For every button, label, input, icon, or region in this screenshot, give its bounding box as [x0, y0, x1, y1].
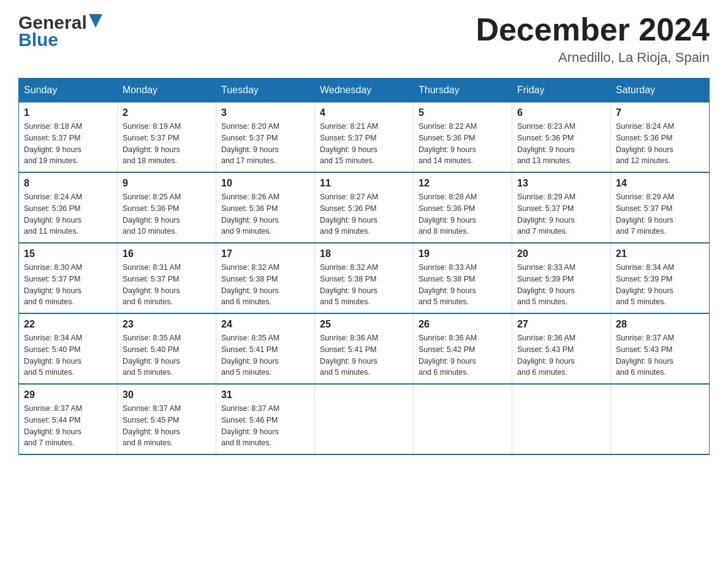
- calendar-day-cell: 30 Sunrise: 8:37 AM Sunset: 5:45 PM Dayl…: [118, 384, 216, 454]
- day-info: Sunrise: 8:36 AM Sunset: 5:41 PM Dayligh…: [320, 332, 408, 378]
- day-info: Sunrise: 8:31 AM Sunset: 5:37 PM Dayligh…: [123, 262, 211, 308]
- calendar-day-cell: 1 Sunrise: 8:18 AM Sunset: 5:37 PM Dayli…: [19, 102, 118, 173]
- header-friday: Friday: [512, 79, 611, 102]
- day-number: 5: [419, 107, 507, 118]
- day-info: Sunrise: 8:35 AM Sunset: 5:40 PM Dayligh…: [123, 332, 211, 378]
- day-info: Sunrise: 8:19 AM Sunset: 5:37 PM Dayligh…: [123, 121, 211, 167]
- day-number: 3: [221, 107, 309, 118]
- calendar-week-row: 15 Sunrise: 8:30 AM Sunset: 5:37 PM Dayl…: [19, 243, 710, 313]
- day-number: 1: [24, 107, 112, 118]
- calendar-week-row: 29 Sunrise: 8:37 AM Sunset: 5:44 PM Dayl…: [19, 384, 710, 454]
- day-info: Sunrise: 8:25 AM Sunset: 5:36 PM Dayligh…: [123, 191, 211, 237]
- day-number: 14: [616, 178, 704, 189]
- day-info: Sunrise: 8:37 AM Sunset: 5:45 PM Dayligh…: [123, 403, 211, 449]
- calendar-day-cell: 6 Sunrise: 8:23 AM Sunset: 5:36 PM Dayli…: [512, 102, 611, 173]
- day-number: 29: [24, 389, 112, 400]
- day-number: 28: [616, 319, 704, 330]
- title-block: December 2024 Arnedillo, La Rioja, Spain: [476, 12, 710, 66]
- day-info: Sunrise: 8:29 AM Sunset: 5:37 PM Dayligh…: [517, 191, 605, 237]
- day-info: Sunrise: 8:37 AM Sunset: 5:44 PM Dayligh…: [24, 403, 112, 449]
- day-number: 17: [221, 248, 309, 259]
- calendar-day-cell: [414, 384, 512, 454]
- calendar-day-cell: 17 Sunrise: 8:32 AM Sunset: 5:38 PM Dayl…: [216, 243, 315, 313]
- day-number: 26: [419, 319, 507, 330]
- calendar-day-cell: 14 Sunrise: 8:29 AM Sunset: 5:37 PM Dayl…: [611, 172, 710, 243]
- calendar-day-cell: 15 Sunrise: 8:30 AM Sunset: 5:37 PM Dayl…: [19, 243, 118, 313]
- calendar-day-cell: 9 Sunrise: 8:25 AM Sunset: 5:36 PM Dayli…: [118, 172, 216, 243]
- day-info: Sunrise: 8:23 AM Sunset: 5:36 PM Dayligh…: [517, 121, 605, 167]
- day-info: Sunrise: 8:36 AM Sunset: 5:42 PM Dayligh…: [419, 332, 507, 378]
- calendar-day-cell: 26 Sunrise: 8:36 AM Sunset: 5:42 PM Dayl…: [414, 313, 512, 384]
- day-number: 18: [320, 248, 408, 259]
- day-info: Sunrise: 8:33 AM Sunset: 5:39 PM Dayligh…: [517, 262, 605, 308]
- day-number: 12: [419, 178, 507, 189]
- day-number: 16: [123, 248, 211, 259]
- calendar-day-cell: 31 Sunrise: 8:37 AM Sunset: 5:46 PM Dayl…: [216, 384, 315, 454]
- logo: General Blue: [18, 12, 102, 50]
- day-info: Sunrise: 8:18 AM Sunset: 5:37 PM Dayligh…: [24, 121, 112, 167]
- calendar-table: SundayMondayTuesdayWednesdayThursdayFrid…: [18, 78, 710, 455]
- header-monday: Monday: [118, 79, 216, 102]
- day-info: Sunrise: 8:37 AM Sunset: 5:46 PM Dayligh…: [221, 403, 309, 449]
- header-saturday: Saturday: [611, 79, 710, 102]
- header-tuesday: Tuesday: [216, 79, 315, 102]
- calendar-day-cell: 4 Sunrise: 8:21 AM Sunset: 5:37 PM Dayli…: [315, 102, 414, 173]
- calendar-day-cell: 21 Sunrise: 8:34 AM Sunset: 5:39 PM Dayl…: [611, 243, 710, 313]
- day-info: Sunrise: 8:32 AM Sunset: 5:38 PM Dayligh…: [221, 262, 309, 308]
- day-number: 25: [320, 319, 408, 330]
- day-info: Sunrise: 8:24 AM Sunset: 5:36 PM Dayligh…: [616, 121, 704, 167]
- day-number: 10: [221, 178, 309, 189]
- day-info: Sunrise: 8:33 AM Sunset: 5:38 PM Dayligh…: [419, 262, 507, 308]
- location-subtitle: Arnedillo, La Rioja, Spain: [476, 50, 710, 66]
- day-number: 7: [616, 107, 704, 118]
- calendar-day-cell: 23 Sunrise: 8:35 AM Sunset: 5:40 PM Dayl…: [118, 313, 216, 384]
- day-number: 8: [24, 178, 112, 189]
- logo-blue: Blue: [18, 29, 58, 50]
- calendar-week-row: 1 Sunrise: 8:18 AM Sunset: 5:37 PM Dayli…: [19, 102, 710, 173]
- calendar-day-cell: [512, 384, 611, 454]
- calendar-day-cell: 24 Sunrise: 8:35 AM Sunset: 5:41 PM Dayl…: [216, 313, 315, 384]
- calendar-day-cell: 28 Sunrise: 8:37 AM Sunset: 5:43 PM Dayl…: [611, 313, 710, 384]
- calendar-day-cell: [611, 384, 710, 454]
- day-info: Sunrise: 8:35 AM Sunset: 5:41 PM Dayligh…: [221, 332, 309, 378]
- calendar-day-cell: 2 Sunrise: 8:19 AM Sunset: 5:37 PM Dayli…: [118, 102, 216, 173]
- day-number: 23: [123, 319, 211, 330]
- day-info: Sunrise: 8:32 AM Sunset: 5:38 PM Dayligh…: [320, 262, 408, 308]
- calendar-day-cell: 3 Sunrise: 8:20 AM Sunset: 5:37 PM Dayli…: [216, 102, 315, 173]
- calendar-day-cell: 13 Sunrise: 8:29 AM Sunset: 5:37 PM Dayl…: [512, 172, 611, 243]
- day-number: 24: [221, 319, 309, 330]
- calendar-day-cell: 27 Sunrise: 8:36 AM Sunset: 5:43 PM Dayl…: [512, 313, 611, 384]
- day-number: 4: [320, 107, 408, 118]
- svg-marker-0: [89, 14, 102, 28]
- day-number: 31: [221, 389, 309, 400]
- calendar-day-cell: 19 Sunrise: 8:33 AM Sunset: 5:38 PM Dayl…: [414, 243, 512, 313]
- day-number: 11: [320, 178, 408, 189]
- day-number: 27: [517, 319, 605, 330]
- day-info: Sunrise: 8:34 AM Sunset: 5:39 PM Dayligh…: [616, 262, 704, 308]
- page-header: General Blue December 2024 Arnedillo, La…: [18, 12, 710, 66]
- day-number: 20: [517, 248, 605, 259]
- day-number: 9: [123, 178, 211, 189]
- calendar-week-row: 22 Sunrise: 8:34 AM Sunset: 5:40 PM Dayl…: [19, 313, 710, 384]
- day-number: 22: [24, 319, 112, 330]
- calendar-day-cell: 18 Sunrise: 8:32 AM Sunset: 5:38 PM Dayl…: [315, 243, 414, 313]
- day-info: Sunrise: 8:27 AM Sunset: 5:36 PM Dayligh…: [320, 191, 408, 237]
- day-info: Sunrise: 8:28 AM Sunset: 5:36 PM Dayligh…: [419, 191, 507, 237]
- day-number: 21: [616, 248, 704, 259]
- calendar-day-cell: 11 Sunrise: 8:27 AM Sunset: 5:36 PM Dayl…: [315, 172, 414, 243]
- month-year-title: December 2024: [476, 12, 710, 47]
- day-info: Sunrise: 8:20 AM Sunset: 5:37 PM Dayligh…: [221, 121, 309, 167]
- day-number: 2: [123, 107, 211, 118]
- day-info: Sunrise: 8:34 AM Sunset: 5:40 PM Dayligh…: [24, 332, 112, 378]
- day-info: Sunrise: 8:21 AM Sunset: 5:37 PM Dayligh…: [320, 121, 408, 167]
- day-number: 19: [419, 248, 507, 259]
- calendar-day-cell: [315, 384, 414, 454]
- day-info: Sunrise: 8:36 AM Sunset: 5:43 PM Dayligh…: [517, 332, 605, 378]
- day-number: 15: [24, 248, 112, 259]
- logo-triangle-icon: [89, 14, 102, 28]
- day-info: Sunrise: 8:22 AM Sunset: 5:36 PM Dayligh…: [419, 121, 507, 167]
- calendar-day-cell: 7 Sunrise: 8:24 AM Sunset: 5:36 PM Dayli…: [611, 102, 710, 173]
- calendar-day-cell: 12 Sunrise: 8:28 AM Sunset: 5:36 PM Dayl…: [414, 172, 512, 243]
- day-info: Sunrise: 8:26 AM Sunset: 5:36 PM Dayligh…: [221, 191, 309, 237]
- header-wednesday: Wednesday: [315, 79, 414, 102]
